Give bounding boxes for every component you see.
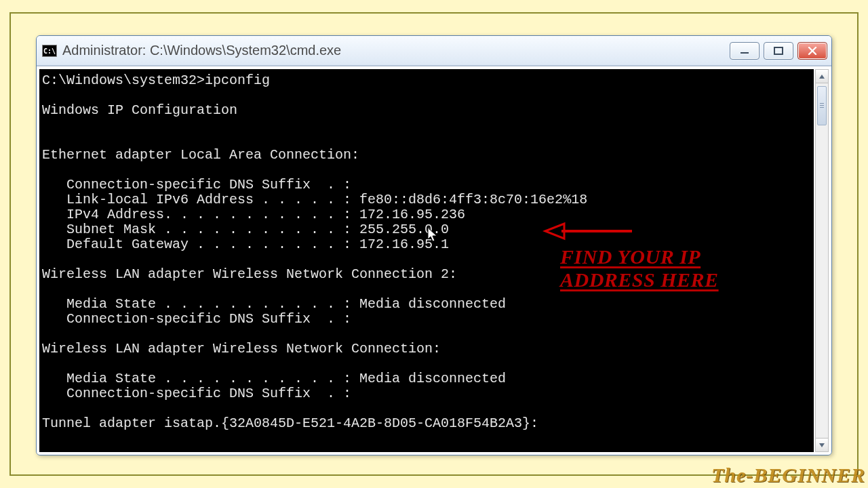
ipv4-address-line: IPv4 Address. . . . . . . . . . . : 172.… bbox=[42, 207, 465, 222]
dns-suffix-line: Connection-specific DNS Suffix . : bbox=[42, 311, 351, 327]
scroll-up-arrow-icon[interactable] bbox=[816, 70, 828, 83]
maximize-button[interactable] bbox=[764, 42, 793, 60]
svg-rect-1 bbox=[774, 47, 783, 54]
prompt: C:\Windows\system32> bbox=[42, 73, 205, 88]
close-button[interactable] bbox=[797, 42, 827, 60]
dns-suffix-line: Connection-specific DNS Suffix . : bbox=[42, 386, 351, 401]
ipconfig-header: Windows IP Configuration bbox=[42, 102, 237, 118]
svg-rect-0 bbox=[741, 52, 749, 54]
cmd-icon: C:\ bbox=[42, 45, 57, 57]
media-state-line: Media State . . . . . . . . . . . : Medi… bbox=[42, 296, 506, 312]
scroll-down-arrow-icon[interactable] bbox=[816, 438, 828, 451]
minimize-button[interactable] bbox=[730, 42, 760, 60]
console-output[interactable]: C:\Windows\system32>ipconfig Windows IP … bbox=[39, 69, 814, 452]
command: ipconfig bbox=[205, 73, 270, 88]
adapter-wlan-title: Wireless LAN adapter Wireless Network Co… bbox=[42, 341, 441, 357]
window-controls bbox=[730, 42, 827, 60]
subnet-mask-line: Subnet Mask . . . . . . . . . . . : 255.… bbox=[42, 222, 449, 237]
client-area: C:\Windows\system32>ipconfig Windows IP … bbox=[37, 66, 831, 455]
scroll-thumb[interactable] bbox=[817, 86, 827, 125]
adapter-wlan2-title: Wireless LAN adapter Wireless Network Co… bbox=[42, 266, 457, 282]
dns-suffix-line: Connection-specific DNS Suffix . : bbox=[42, 177, 351, 192]
ipv6-address-line: Link-local IPv6 Address . . . . . : fe80… bbox=[42, 192, 587, 207]
window-title: Administrator: C:\Windows\System32\cmd.e… bbox=[62, 43, 730, 58]
adapter-ethernet-title: Ethernet adapter Local Area Connection: bbox=[42, 147, 359, 163]
cmd-window: C:\ Administrator: C:\Windows\System32\c… bbox=[36, 35, 832, 455]
default-gateway-line: Default Gateway . . . . . . . . . : 172.… bbox=[42, 237, 449, 252]
titlebar[interactable]: C:\ Administrator: C:\Windows\System32\c… bbox=[37, 36, 831, 66]
media-state-line: Media State . . . . . . . . . . . : Medi… bbox=[42, 371, 506, 386]
vertical-scrollbar[interactable] bbox=[815, 69, 829, 452]
adapter-tunnel-title: Tunnel adapter isatap.{32A0845D-E521-4A2… bbox=[42, 415, 538, 431]
